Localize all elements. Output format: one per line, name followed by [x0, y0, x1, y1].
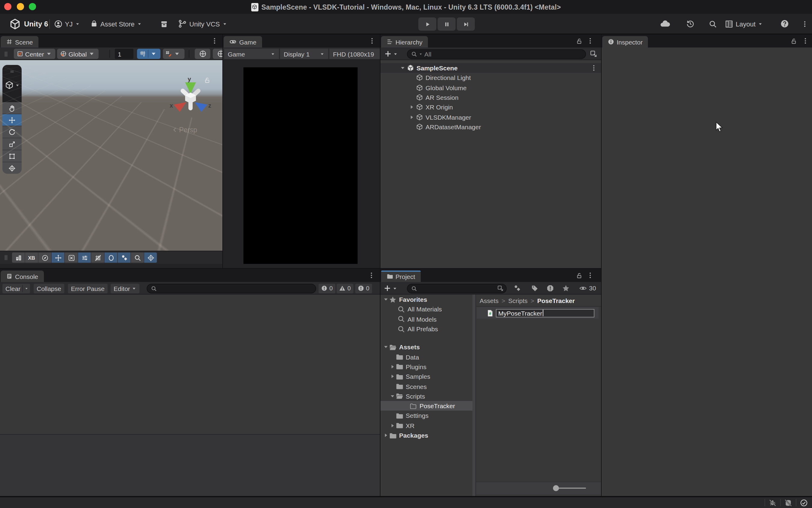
- lock-open-icon[interactable]: [575, 272, 582, 279]
- scene-globe-button[interactable]: [195, 49, 210, 59]
- hierarchy-item[interactable]: Global Volume: [380, 83, 601, 93]
- breadcrumb-item[interactable]: Assets: [480, 297, 499, 304]
- projection-mode-label[interactable]: Persp: [172, 126, 197, 133]
- breadcrumb-item[interactable]: Scripts: [508, 297, 528, 304]
- expand-arrow-icon[interactable]: [390, 373, 396, 379]
- help-icon[interactable]: [779, 14, 789, 34]
- expand-arrow-icon[interactable]: [403, 403, 409, 409]
- filter-by-label-icon[interactable]: [531, 284, 539, 292]
- hierarchy-item[interactable]: Directional Light: [380, 73, 601, 83]
- collapse-arrow-icon[interactable]: [400, 65, 406, 71]
- move-tool[interactable]: [2, 114, 21, 126]
- tab-project[interactable]: Project: [381, 270, 420, 282]
- expand-arrow-icon[interactable]: [409, 114, 415, 120]
- editor-dropdown[interactable]: Editor: [110, 284, 140, 293]
- hierarchy-item[interactable]: AR Session: [380, 93, 601, 102]
- folder-item[interactable]: Scenes: [380, 381, 476, 391]
- undo-history-icon[interactable]: [685, 14, 695, 34]
- expand-arrow-icon[interactable]: [390, 354, 396, 360]
- zoom-slider-thumb[interactable]: [553, 485, 559, 491]
- collapse-arrow-icon[interactable]: [383, 296, 389, 302]
- error-pause-button[interactable]: Error Pause: [68, 284, 107, 293]
- account-menu[interactable]: YJ: [54, 14, 80, 34]
- tab-hierarchy[interactable]: Hierarchy: [381, 36, 428, 47]
- kebab-menu-icon[interactable]: [801, 14, 808, 34]
- folder-item[interactable]: Data: [380, 352, 476, 362]
- expand-arrow-icon[interactable]: [390, 364, 396, 370]
- status-ok-icon[interactable]: [800, 499, 808, 507]
- cloud-icon[interactable]: [659, 14, 670, 34]
- tab-scene[interactable]: Scene: [1, 36, 39, 47]
- expand-arrow-icon[interactable]: [409, 124, 415, 130]
- folder-item[interactable]: Scripts: [380, 391, 476, 401]
- expand-arrow-icon[interactable]: [390, 393, 396, 399]
- hierarchy-search-input[interactable]: All: [407, 49, 586, 58]
- favorite-item[interactable]: All Models: [380, 314, 476, 324]
- transform-tool[interactable]: [2, 162, 21, 174]
- hierarchy-item[interactable]: XR Origin: [380, 102, 601, 112]
- expand-arrow-icon[interactable]: [390, 383, 396, 389]
- console-kebab-menu-icon[interactable]: [368, 272, 375, 279]
- rename-input[interactable]: MyPoseTracker: [496, 309, 594, 317]
- assets-root-row[interactable]: Assets: [380, 342, 476, 352]
- scene-kebab-menu-icon[interactable]: [590, 64, 597, 72]
- expand-arrow-icon[interactable]: [409, 84, 415, 90]
- lock-open-icon[interactable]: [790, 37, 797, 44]
- asset-rename-row[interactable]: # MyPoseTracker: [477, 307, 599, 319]
- tab-game[interactable]: Game: [224, 36, 262, 47]
- lock-open-icon[interactable]: [575, 37, 582, 44]
- pick-object-icon[interactable]: [590, 50, 597, 58]
- view-hand-tool[interactable]: [2, 102, 21, 114]
- rect-tool[interactable]: [2, 150, 21, 162]
- toolbar-drag-handle[interactable]: [2, 50, 10, 58]
- add-asset-button[interactable]: [384, 284, 391, 292]
- packages-root-row[interactable]: Packages: [380, 430, 476, 440]
- handle-space-dropdown[interactable]: Global: [57, 49, 99, 59]
- chevron-down-icon[interactable]: [393, 52, 398, 56]
- collapse-button[interactable]: Collapse: [34, 284, 64, 293]
- cache-disabled-icon[interactable]: [784, 499, 792, 507]
- hierarchy-kebab-menu-icon[interactable]: [587, 37, 594, 44]
- warning-count-toggle[interactable]: 0: [336, 284, 353, 293]
- game-kebab-menu-icon[interactable]: [368, 37, 376, 44]
- grid-snap-button[interactable]: Y: [137, 49, 161, 59]
- clear-button[interactable]: Clear: [2, 284, 30, 293]
- edit-tools-button[interactable]: [65, 253, 78, 263]
- hierarchy-item[interactable]: VLSDKManager: [380, 112, 601, 122]
- grid-size-field[interactable]: 1: [115, 49, 133, 59]
- expand-arrow-icon[interactable]: [409, 75, 415, 81]
- expand-arrow-icon[interactable]: [409, 104, 415, 110]
- scene-kebab-menu-icon[interactable]: [211, 37, 218, 44]
- tab-inspector[interactable]: Inspector: [602, 36, 648, 47]
- folder-item[interactable]: PoseTracker: [380, 401, 476, 411]
- add-gameobject-button[interactable]: [384, 50, 392, 58]
- move-overlay-button[interactable]: [52, 253, 65, 263]
- xb-toggle-button[interactable]: XB: [25, 253, 39, 263]
- collapse-arrow-icon[interactable]: [383, 344, 389, 350]
- error-count-toggle[interactable]: 0: [355, 284, 372, 293]
- pivot-mode-dropdown[interactable]: Center: [14, 49, 55, 59]
- search-icon[interactable]: [708, 14, 717, 34]
- console-search-input[interactable]: [147, 284, 316, 293]
- search-overlay-button[interactable]: [131, 253, 144, 263]
- play-button[interactable]: [418, 17, 436, 31]
- zoom-slider-track[interactable]: [556, 488, 586, 489]
- scene-clipped-button[interactable]: [213, 49, 222, 59]
- folder-item[interactable]: Settings: [380, 411, 476, 421]
- unity-vcs-menu[interactable]: Unity VCS: [178, 14, 227, 34]
- snap-increment-button[interactable]: [163, 49, 184, 59]
- overlay-drag-handle-icon[interactable]: [2, 254, 10, 261]
- favorite-item[interactable]: All Prefabs: [380, 324, 476, 334]
- scene-viewport[interactable]: y x z Persp: [0, 60, 222, 251]
- lighting-button[interactable]: [104, 253, 118, 263]
- filter-by-error-icon[interactable]: [546, 284, 554, 292]
- overlay-tool-selector[interactable]: [5, 81, 20, 90]
- layout-menu[interactable]: Layout: [725, 14, 763, 34]
- console-log-list[interactable]: [0, 295, 380, 434]
- folder-item[interactable]: XR: [380, 421, 476, 430]
- project-search-input[interactable]: [407, 284, 507, 293]
- camera-overlay-button[interactable]: [39, 253, 52, 263]
- package-manager-icon[interactable]: [159, 14, 168, 34]
- step-button[interactable]: [457, 17, 475, 31]
- debugger-disabled-icon[interactable]: [769, 499, 776, 507]
